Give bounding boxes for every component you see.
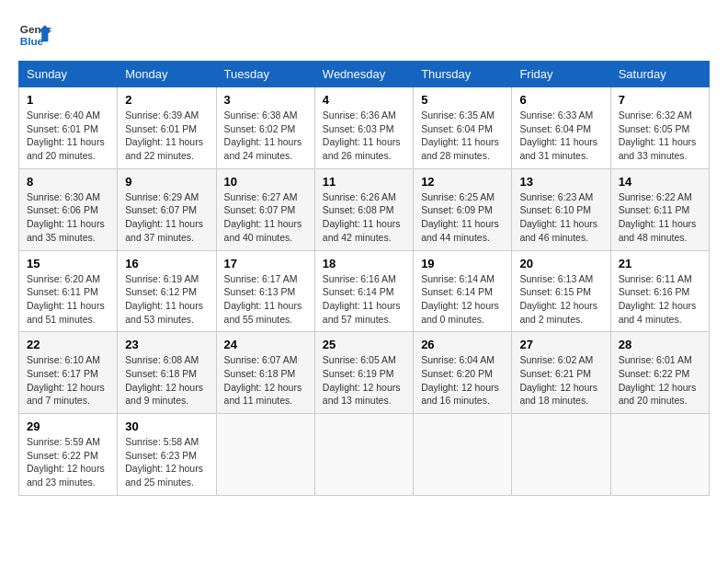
day-number: 17: [224, 257, 307, 270]
calendar-cell: 29 Sunrise: 5:59 AM Sunset: 6:22 PM Dayl…: [19, 414, 118, 496]
day-detail: Sunrise: 6:23 AM Sunset: 6:10 PM Dayligh…: [519, 190, 602, 245]
calendar-cell: 12 Sunrise: 6:25 AM Sunset: 6:09 PM Dayl…: [414, 168, 512, 250]
calendar-cell: 25 Sunrise: 6:05 AM Sunset: 6:19 PM Dayl…: [314, 332, 413, 414]
calendar-table: SundayMondayTuesdayWednesdayThursdayFrid…: [18, 61, 710, 496]
page-header: General Blue: [18, 18, 710, 52]
day-detail: Sunrise: 6:17 AM Sunset: 6:13 PM Dayligh…: [224, 272, 307, 327]
day-detail: Sunrise: 6:08 AM Sunset: 6:18 PM Dayligh…: [125, 353, 208, 408]
calendar-week-row: 29 Sunrise: 5:59 AM Sunset: 6:22 PM Dayl…: [19, 414, 710, 496]
day-detail: Sunrise: 6:25 AM Sunset: 6:09 PM Dayligh…: [421, 190, 504, 245]
calendar-cell: 7 Sunrise: 6:32 AM Sunset: 6:05 PM Dayli…: [610, 87, 709, 169]
day-number: 15: [27, 257, 109, 270]
calendar-cell: 11 Sunrise: 6:26 AM Sunset: 6:08 PM Dayl…: [314, 168, 413, 250]
day-detail: Sunrise: 6:40 AM Sunset: 6:01 PM Dayligh…: [27, 109, 109, 163]
day-detail: Sunrise: 6:30 AM Sunset: 6:06 PM Dayligh…: [27, 190, 109, 245]
day-detail: Sunrise: 6:35 AM Sunset: 6:04 PM Dayligh…: [421, 109, 504, 163]
day-detail: Sunrise: 6:11 AM Sunset: 6:16 PM Dayligh…: [619, 272, 701, 327]
day-number: 19: [421, 257, 504, 270]
day-detail: Sunrise: 6:27 AM Sunset: 6:07 PM Dayligh…: [224, 190, 307, 245]
day-detail: Sunrise: 6:10 AM Sunset: 6:17 PM Dayligh…: [27, 353, 109, 408]
calendar-cell: 1 Sunrise: 6:40 AM Sunset: 6:01 PM Dayli…: [19, 87, 118, 169]
calendar-cell: 24 Sunrise: 6:07 AM Sunset: 6:18 PM Dayl…: [216, 332, 314, 414]
day-number: 6: [519, 93, 602, 107]
day-of-week-header: Sunday: [19, 62, 118, 87]
calendar-cell: 8 Sunrise: 6:30 AM Sunset: 6:06 PM Dayli…: [19, 168, 118, 250]
day-number: 13: [519, 175, 602, 189]
calendar-cell: 3 Sunrise: 6:38 AM Sunset: 6:02 PM Dayli…: [216, 87, 314, 169]
calendar-cell: [216, 414, 314, 496]
day-detail: Sunrise: 6:16 AM Sunset: 6:14 PM Dayligh…: [323, 272, 405, 327]
calendar-cell: 30 Sunrise: 5:58 AM Sunset: 6:23 PM Dayl…: [118, 414, 216, 496]
day-number: 5: [421, 93, 504, 107]
calendar-cell: 22 Sunrise: 6:10 AM Sunset: 6:17 PM Dayl…: [19, 332, 118, 414]
logo: General Blue: [18, 18, 51, 52]
calendar-week-row: 22 Sunrise: 6:10 AM Sunset: 6:17 PM Dayl…: [19, 332, 710, 414]
day-detail: Sunrise: 6:01 AM Sunset: 6:22 PM Dayligh…: [619, 353, 701, 408]
calendar-cell: 2 Sunrise: 6:39 AM Sunset: 6:01 PM Dayli…: [118, 87, 216, 169]
day-number: 16: [125, 257, 208, 270]
day-number: 14: [619, 175, 701, 189]
day-number: 30: [125, 419, 208, 433]
calendar-cell: 21 Sunrise: 6:11 AM Sunset: 6:16 PM Dayl…: [610, 250, 709, 332]
day-detail: Sunrise: 6:07 AM Sunset: 6:18 PM Dayligh…: [224, 353, 307, 408]
calendar-cell: 23 Sunrise: 6:08 AM Sunset: 6:18 PM Dayl…: [118, 332, 216, 414]
calendar-cell: 4 Sunrise: 6:36 AM Sunset: 6:03 PM Dayli…: [314, 87, 413, 169]
day-of-week-header: Monday: [118, 62, 216, 87]
day-detail: Sunrise: 6:14 AM Sunset: 6:14 PM Dayligh…: [421, 272, 504, 327]
calendar-cell: 27 Sunrise: 6:02 AM Sunset: 6:21 PM Dayl…: [512, 332, 610, 414]
day-detail: Sunrise: 6:36 AM Sunset: 6:03 PM Dayligh…: [323, 109, 405, 163]
day-number: 12: [421, 175, 504, 189]
calendar-week-row: 15 Sunrise: 6:20 AM Sunset: 6:11 PM Dayl…: [19, 250, 710, 332]
day-detail: Sunrise: 6:04 AM Sunset: 6:20 PM Dayligh…: [421, 353, 504, 408]
svg-text:Blue: Blue: [20, 35, 44, 47]
calendar-cell: 16 Sunrise: 6:19 AM Sunset: 6:12 PM Dayl…: [118, 250, 216, 332]
calendar-cell: 15 Sunrise: 6:20 AM Sunset: 6:11 PM Dayl…: [19, 250, 118, 332]
day-of-week-header: Wednesday: [314, 62, 413, 87]
day-number: 20: [519, 257, 602, 270]
day-number: 24: [224, 338, 307, 351]
calendar-cell: [314, 414, 413, 496]
day-detail: Sunrise: 6:13 AM Sunset: 6:15 PM Dayligh…: [519, 272, 602, 327]
day-detail: Sunrise: 6:38 AM Sunset: 6:02 PM Dayligh…: [224, 109, 307, 163]
calendar-cell: 20 Sunrise: 6:13 AM Sunset: 6:15 PM Dayl…: [512, 250, 610, 332]
calendar-cell: 6 Sunrise: 6:33 AM Sunset: 6:04 PM Dayli…: [512, 87, 610, 169]
day-number: 2: [125, 93, 208, 107]
calendar-cell: 19 Sunrise: 6:14 AM Sunset: 6:14 PM Dayl…: [414, 250, 512, 332]
day-detail: Sunrise: 6:22 AM Sunset: 6:11 PM Dayligh…: [619, 190, 701, 245]
day-number: 1: [27, 93, 109, 107]
calendar-cell: 5 Sunrise: 6:35 AM Sunset: 6:04 PM Dayli…: [414, 87, 512, 169]
day-detail: Sunrise: 6:19 AM Sunset: 6:12 PM Dayligh…: [125, 272, 208, 327]
day-number: 29: [27, 419, 109, 433]
day-number: 10: [224, 175, 307, 189]
day-number: 11: [323, 175, 405, 189]
calendar-week-row: 8 Sunrise: 6:30 AM Sunset: 6:06 PM Dayli…: [19, 168, 710, 250]
day-detail: Sunrise: 6:33 AM Sunset: 6:04 PM Dayligh…: [519, 109, 602, 163]
day-detail: Sunrise: 5:58 AM Sunset: 6:23 PM Dayligh…: [125, 435, 208, 489]
calendar-cell: 14 Sunrise: 6:22 AM Sunset: 6:11 PM Dayl…: [610, 168, 709, 250]
day-number: 26: [421, 338, 504, 351]
day-number: 3: [224, 93, 307, 107]
day-detail: Sunrise: 6:39 AM Sunset: 6:01 PM Dayligh…: [125, 109, 208, 163]
calendar-cell: [414, 414, 512, 496]
day-number: 21: [619, 257, 701, 270]
calendar-cell: [610, 414, 709, 496]
day-detail: Sunrise: 6:02 AM Sunset: 6:21 PM Dayligh…: [519, 353, 602, 408]
calendar-cell: 28 Sunrise: 6:01 AM Sunset: 6:22 PM Dayl…: [610, 332, 709, 414]
day-of-week-header: Friday: [512, 62, 610, 87]
calendar-header-row: SundayMondayTuesdayWednesdayThursdayFrid…: [19, 62, 710, 87]
day-number: 7: [619, 93, 701, 107]
calendar-cell: [512, 414, 610, 496]
day-detail: Sunrise: 6:20 AM Sunset: 6:11 PM Dayligh…: [27, 272, 109, 327]
calendar-cell: 18 Sunrise: 6:16 AM Sunset: 6:14 PM Dayl…: [314, 250, 413, 332]
day-of-week-header: Saturday: [610, 62, 709, 87]
calendar-body: 1 Sunrise: 6:40 AM Sunset: 6:01 PM Dayli…: [19, 87, 710, 496]
day-number: 23: [125, 338, 208, 351]
day-detail: Sunrise: 6:26 AM Sunset: 6:08 PM Dayligh…: [323, 190, 405, 245]
logo-icon: General Blue: [18, 18, 51, 52]
day-detail: Sunrise: 6:05 AM Sunset: 6:19 PM Dayligh…: [323, 353, 405, 408]
day-number: 4: [323, 93, 405, 107]
day-detail: Sunrise: 6:29 AM Sunset: 6:07 PM Dayligh…: [125, 190, 208, 245]
day-number: 9: [125, 175, 208, 189]
calendar-week-row: 1 Sunrise: 6:40 AM Sunset: 6:01 PM Dayli…: [19, 87, 710, 169]
day-of-week-header: Tuesday: [216, 62, 314, 87]
